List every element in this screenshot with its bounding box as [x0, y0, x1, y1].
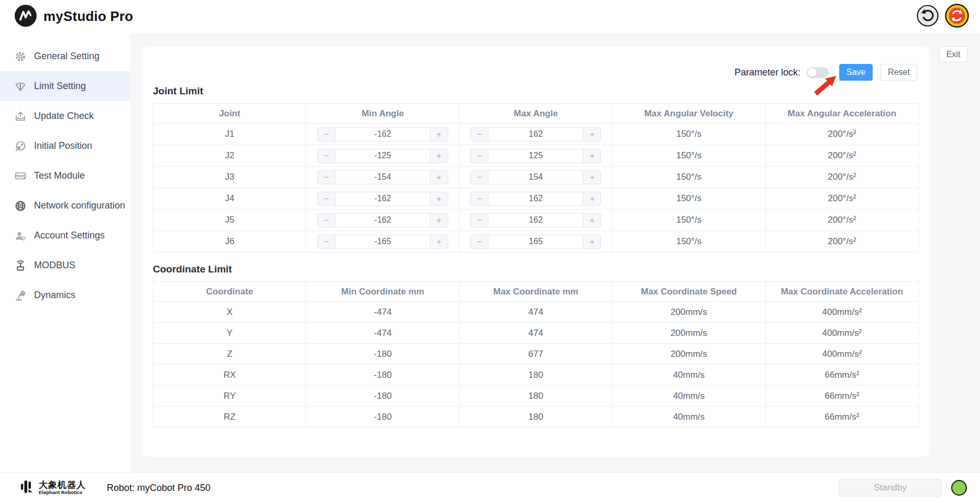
joint-label: J5	[153, 210, 306, 231]
increment-button[interactable]: +	[583, 149, 601, 163]
sidebar-item-account-settings[interactable]: Account Settings	[0, 221, 130, 250]
min-angle-stepper[interactable]: −+	[317, 235, 448, 249]
decrement-button[interactable]: −	[470, 235, 488, 249]
standby-button[interactable]: Standby	[839, 479, 942, 497]
sidebar-item-label: Limit Setting	[34, 81, 86, 92]
min-angle-input[interactable]	[335, 213, 430, 227]
max-coordinate: 474	[459, 302, 612, 323]
connection-status-indicator	[951, 480, 967, 496]
min-angle-cell: −+	[306, 167, 459, 188]
sidebar: General SettingLimit SettingUpdate Check…	[0, 33, 130, 472]
max-coordinate-acceleration: 400mm/s²	[765, 302, 918, 323]
increment-button[interactable]: +	[583, 213, 601, 227]
max-angle-stepper[interactable]: −+	[470, 170, 601, 184]
increment-button[interactable]: +	[583, 235, 601, 249]
undo-button[interactable]	[917, 6, 939, 28]
coordinate-row: Y-474474200mm/s400mm/s²	[153, 323, 919, 344]
max-angle-input[interactable]	[488, 192, 583, 206]
coordinate-row: Z-180677200mm/s400mm/s²	[153, 344, 919, 365]
decrement-button[interactable]: −	[317, 192, 335, 206]
min-angle-input[interactable]	[335, 192, 430, 206]
main-content: Exit Parameter lock: Save Reset Joint Li…	[130, 33, 980, 472]
decrement-button[interactable]: −	[470, 149, 488, 163]
min-angle-stepper[interactable]: −+	[317, 170, 448, 184]
sidebar-item-limit-setting[interactable]: Limit Setting	[0, 71, 130, 101]
app-title: myStudio Pro	[43, 8, 133, 25]
min-angle-stepper[interactable]: −+	[317, 127, 448, 141]
increment-button[interactable]: +	[583, 127, 601, 141]
joint-label: J3	[153, 167, 306, 188]
max-angle-stepper[interactable]: −+	[470, 127, 601, 141]
decrement-button[interactable]: −	[470, 127, 488, 141]
min-angle-input[interactable]	[335, 149, 430, 163]
decrement-button[interactable]: −	[317, 149, 335, 163]
increment-button[interactable]: +	[430, 127, 448, 141]
min-angle-stepper[interactable]: −+	[317, 213, 448, 227]
increment-button[interactable]: +	[583, 170, 601, 184]
decrement-button[interactable]: −	[470, 192, 488, 206]
reset-button[interactable]: Reset	[881, 64, 917, 81]
min-angle-cell: −+	[306, 188, 459, 210]
increment-button[interactable]: +	[430, 170, 448, 184]
emergency-stop-icon	[945, 4, 969, 29]
sidebar-item-label: Test Module	[34, 170, 85, 181]
decrement-button[interactable]: −	[317, 235, 335, 249]
max-angular-velocity: 150°/s	[612, 210, 765, 231]
min-angle-stepper[interactable]: −+	[317, 192, 448, 206]
save-button[interactable]: Save	[839, 64, 873, 81]
min-angle-input[interactable]	[335, 127, 430, 141]
max-angle-input[interactable]	[488, 149, 583, 163]
joint-row: J2−+−+150°/s200°/s²	[153, 145, 919, 167]
column-header: Max Coordinate Speed	[612, 282, 765, 302]
sidebar-item-test-module[interactable]: TESTTest Module	[0, 161, 130, 191]
min-angle-input[interactable]	[335, 235, 430, 249]
initial-position-icon	[14, 140, 27, 152]
increment-button[interactable]: +	[430, 235, 448, 249]
max-angle-stepper[interactable]: −+	[470, 235, 601, 249]
min-angle-stepper[interactable]: −+	[317, 149, 448, 163]
max-angle-input[interactable]	[488, 127, 583, 141]
limit-gauge-icon	[14, 80, 27, 93]
emergency-stop-button[interactable]	[946, 6, 968, 28]
increment-button[interactable]: +	[430, 213, 448, 227]
sidebar-item-general-setting[interactable]: General Setting	[0, 41, 130, 71]
exit-button[interactable]: Exit	[939, 46, 967, 62]
decrement-button[interactable]: −	[470, 213, 488, 227]
column-header: Max Angular Acceleration	[765, 104, 918, 124]
column-header: Max Coordinate Acceleration	[765, 282, 918, 302]
min-angle-input[interactable]	[335, 170, 430, 184]
joint-row: J1−+−+150°/s200°/s²	[153, 124, 919, 145]
max-angle-stepper[interactable]: −+	[470, 213, 601, 227]
min-angle-cell: −+	[306, 231, 459, 253]
parameter-lock-toggle[interactable]	[807, 67, 829, 78]
max-angle-input[interactable]	[488, 170, 583, 184]
brand-name-cn: 大象机器人	[39, 480, 86, 490]
max-angle-stepper[interactable]: −+	[470, 149, 601, 163]
joint-limit-title: Joint Limit	[153, 85, 919, 97]
top-bar: myStudio Pro	[0, 0, 980, 33]
coordinate-row: RY-18018040mm/s66mm/s²	[153, 386, 919, 407]
joint-label: J4	[153, 188, 306, 210]
increment-button[interactable]: +	[430, 192, 448, 206]
joint-table-header-row: JointMin AngleMax AngleMax Angular Veloc…	[153, 104, 919, 124]
max-angle-cell: −+	[459, 231, 612, 253]
max-angular-acceleration: 200°/s²	[765, 210, 918, 231]
max-coordinate-acceleration: 66mm/s²	[765, 365, 918, 386]
sidebar-item-dynamics[interactable]: Dynamics	[0, 280, 130, 310]
column-header: Max Coordinate mm	[459, 282, 612, 302]
decrement-button[interactable]: −	[317, 170, 335, 184]
coordinate-label: RY	[153, 386, 306, 407]
increment-button[interactable]: +	[583, 192, 601, 206]
sidebar-item-update-check[interactable]: Update Check	[0, 101, 130, 131]
decrement-button[interactable]: −	[470, 170, 488, 184]
sidebar-item-modbus[interactable]: MODBUS	[0, 250, 130, 280]
coordinate-row: X-474474200mm/s400mm/s²	[153, 302, 919, 323]
sidebar-item-network-configuration[interactable]: Network configuration	[0, 191, 130, 221]
sidebar-item-initial-position[interactable]: Initial Position	[0, 131, 130, 161]
decrement-button[interactable]: −	[317, 213, 335, 227]
max-angle-input[interactable]	[488, 213, 583, 227]
increment-button[interactable]: +	[430, 149, 448, 163]
decrement-button[interactable]: −	[317, 127, 335, 141]
max-angle-stepper[interactable]: −+	[470, 192, 601, 206]
max-angle-input[interactable]	[488, 235, 583, 249]
